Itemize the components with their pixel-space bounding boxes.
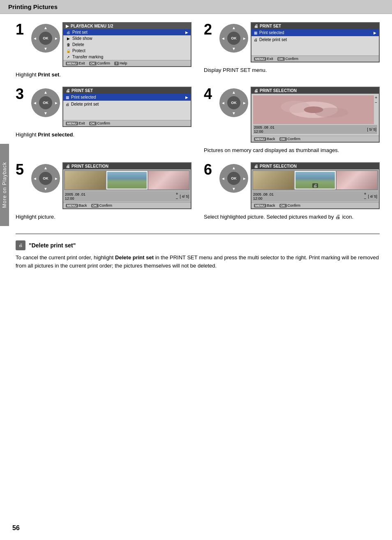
step-5-thumb-grid <box>64 170 190 190</box>
step-6-screen: 🖨 PRINT SELECTION 🖨 <box>251 162 380 209</box>
menu-item-transfer[interactable]: ↗ Transfer marking <box>63 54 191 60</box>
step-3-header: 3 ▲ ▼ ◄ ► OK 🖨 PRINT <box>16 87 191 127</box>
step-6-thumb-2-active: 🖨 <box>295 171 335 189</box>
step-3-spacer <box>63 108 191 120</box>
dpad-down-arrow: ▼ <box>44 46 48 51</box>
step-1-menu: 🖨 Print set ▶ ▶ Slide show 🗑 Delete <box>63 29 191 60</box>
step-5-header: 5 ▲ ▼ ◄ ► OK 🖨 PRINT <box>16 162 191 209</box>
step-6-ok-button[interactable]: OK <box>227 172 240 185</box>
thumb-1 <box>65 171 106 189</box>
thumb-2-active <box>106 171 147 189</box>
step-5-screen-container: ▲ ▼ ◄ ► OK 🖨 PRINT SELECTION <box>31 162 191 209</box>
step-1-screen-title: ▶ PLAYBACK MENU 1/2 <box>63 23 191 29</box>
step-5-screen-title: 🖨 PRINT SELECTION <box>63 163 191 169</box>
step-5: 5 ▲ ▼ ◄ ► OK 🖨 PRINT <box>16 162 191 221</box>
step-5-footer: MENU Back OK Confirm <box>63 202 191 208</box>
print-set-item-selected[interactable]: ▦ Print selected ▶ <box>251 29 379 36</box>
step-4-number: 4 <box>204 87 215 102</box>
step-1: 1 ▲ ▼ ◄ ► OK <box>16 22 191 78</box>
note-title: "Delete print set" <box>29 242 76 249</box>
step-3-delete-print-set[interactable]: 🖨 Delete print set <box>63 101 191 108</box>
step-6: 6 ▲ ▼ ◄ ► OK 🖨 PRINT <box>204 162 380 221</box>
step-6-number: 6 <box>204 162 215 177</box>
side-tab: More on Playback <box>0 144 9 226</box>
step-5-thumbgrid: 2005 .08 .01 12:00 + − [ 4/ 5] <box>63 169 191 202</box>
step-6-header: 6 ▲ ▼ ◄ ► OK 🖨 PRINT <box>204 162 380 209</box>
step-5-caption: Highlight picture. <box>16 213 191 221</box>
step-6-dpad: ▲ ▼ ◄ ► OK <box>219 164 248 193</box>
note-text: To cancel the current print order, highl… <box>16 254 380 271</box>
step-5-number: 5 <box>16 162 27 177</box>
step-2-screen-container: ▲ ▼ ◄ ► OK 🖨 PRINT SET <box>219 22 380 62</box>
print-set-spacer <box>251 43 379 55</box>
step-3-screen-title: 🖨 PRINT SET <box>63 88 191 94</box>
step-6-info: 2005 .08 .01 12:00 + − [ 4/ 5] <box>252 191 378 201</box>
menu-item-protect[interactable]: 🔒 Protect <box>63 48 191 54</box>
step-1-footer: MENU Exit OK Confirm ? Help <box>63 60 191 66</box>
step-6-screen-title: 🖨 PRINT SELECTION <box>251 163 379 169</box>
print-set-item-delete[interactable]: 🖨 Delete print set <box>251 36 379 43</box>
dpad-right-arrow: ► <box>54 36 58 41</box>
step-3-ok-button[interactable]: OK <box>39 96 52 109</box>
step-1-caption: Highlight Print set. <box>16 71 191 78</box>
step-1-header: 1 ▲ ▼ ◄ ► OK <box>16 22 191 67</box>
step-2: 2 ▲ ▼ ◄ ► OK 🖨 PRINT <box>204 22 380 78</box>
step-4-nav-arrows: + − <box>375 95 377 105</box>
step-4-screen-title: 🖨 PRINT SELECTION <box>251 88 379 94</box>
step-1-screen-container: ▲ ▼ ◄ ► OK ▶ PLAYBACK MENU 1/2 <box>31 22 191 67</box>
step-5-screen: 🖨 PRINT SELECTION <box>62 162 191 209</box>
step-2-screen: 🖨 PRINT SET ▦ Print selected ▶ 🖨 <box>251 22 380 62</box>
note-icon: 🖨 <box>16 240 25 250</box>
step-5-dpad: ▲ ▼ ◄ ► OK <box>31 164 60 193</box>
dpad-ok-button[interactable]: OK <box>39 32 52 45</box>
menu-item-print-set[interactable]: 🖨 Print set ▶ <box>63 29 191 35</box>
step-6-thumb-grid: 🖨 <box>252 170 378 190</box>
step-4-footer: MENU Back OK Confirm <box>251 136 379 142</box>
step-3-screen-container: ▲ ▼ ◄ ► OK 🖨 PRINT SET <box>31 87 191 127</box>
steps-grid: 1 ▲ ▼ ◄ ► OK <box>16 22 380 221</box>
step-3-print-selected[interactable]: ▦ Print selected ▶ <box>63 94 191 101</box>
menu-item-delete[interactable]: 🗑 Delete <box>63 42 191 48</box>
dpad-left-arrow: ◄ <box>33 36 37 41</box>
page-header: Printing Pictures <box>0 0 392 14</box>
main-content: 1 ▲ ▼ ◄ ► OK <box>0 14 392 283</box>
dpad-up-arrow: ▲ <box>44 25 48 30</box>
step-4: 4 ▲ ▼ ◄ ► OK 🖨 PRINT <box>204 87 380 154</box>
step-2-menu: ▦ Print selected ▶ 🖨 Delete print set <box>251 29 379 55</box>
step-6-thumb-3 <box>337 171 377 189</box>
step-1-number: 1 <box>16 22 27 37</box>
step-6-thumbgrid: 🖨 2005 .08 .01 12:00 <box>251 169 379 202</box>
svg-point-4 <box>304 106 323 113</box>
step-4-main-image <box>253 95 374 124</box>
step-6-screen-container: ▲ ▼ ◄ ► OK 🖨 PRINT SELECTION <box>219 162 380 209</box>
step-3-dpad: ▲ ▼ ◄ ► OK <box>31 88 60 117</box>
step-5-ok-button[interactable]: OK <box>39 172 52 185</box>
step-3-number: 3 <box>16 87 27 102</box>
step-4-large-thumb: + − 2005 .08 .01 12:00 [ 5/ 5] <box>251 94 379 136</box>
thumb-3 <box>148 171 189 189</box>
step-4-info: 2005 .08 .01 12:00 [ 5/ 5] <box>253 125 377 134</box>
step-6-print-mark: 🖨 <box>312 183 318 188</box>
step-2-header: 2 ▲ ▼ ◄ ► OK 🖨 PRINT <box>204 22 380 62</box>
step-2-footer: MENU Exit OK Confirm <box>251 55 379 62</box>
step-3-caption: Highlight Print selected. <box>16 131 191 138</box>
step-6-footer: MENU Back OK Confirm <box>251 202 379 208</box>
step-2-number: 2 <box>204 22 215 37</box>
page-number: 56 <box>12 524 20 532</box>
step-5-info: 2005 .08 .01 12:00 + − [ 4/ 5] <box>64 191 190 201</box>
note-section: 🖨 "Delete print set" To cancel the curre… <box>16 233 380 275</box>
step-4-screen: 🖨 PRINT SELECTION <box>251 87 380 143</box>
step-6-thumb-1 <box>253 171 294 189</box>
step-4-ok-button[interactable]: OK <box>227 96 240 109</box>
step-6-caption: Select highlighted picture. Selected pic… <box>204 213 380 221</box>
menu-item-slideshow[interactable]: ▶ Slide show <box>63 35 191 42</box>
step-2-ok-button[interactable]: OK <box>227 32 240 45</box>
step-3-footer: MENU Exit OK Confirm <box>63 120 191 126</box>
step-1-dpad: ▲ ▼ ◄ ► OK <box>31 24 60 53</box>
step-4-caption: Pictures on memory card displayed as thu… <box>204 147 380 154</box>
step-3: 3 ▲ ▼ ◄ ► OK 🖨 PRINT <box>16 87 191 154</box>
note-header: 🖨 "Delete print set" <box>16 240 380 250</box>
step-3-menu: ▦ Print selected ▶ 🖨 Delete print set <box>63 94 191 120</box>
step-4-header: 4 ▲ ▼ ◄ ► OK 🖨 PRINT <box>204 87 380 143</box>
step-3-screen: 🖨 PRINT SET ▦ Print selected ▶ 🖨 <box>62 87 191 127</box>
